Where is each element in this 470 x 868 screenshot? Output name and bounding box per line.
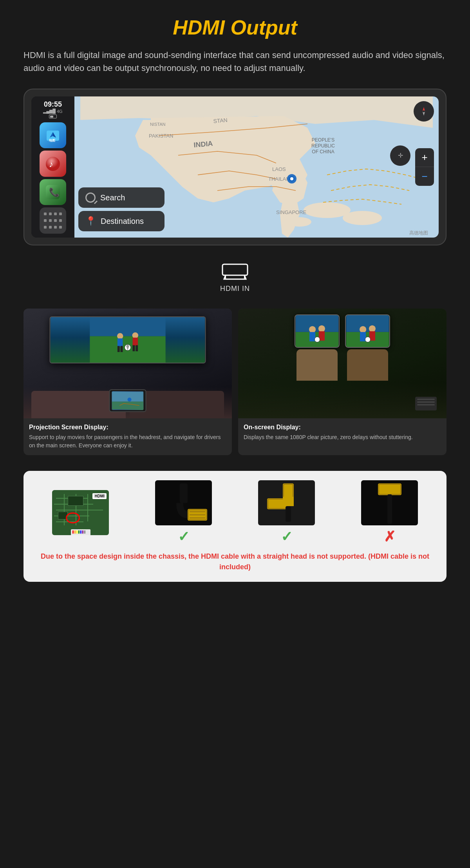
status-time: 09:55 xyxy=(44,100,62,109)
grid-dot xyxy=(54,219,57,222)
svg-rect-71 xyxy=(378,483,401,495)
sidebar-item-phone[interactable]: 📞 xyxy=(40,179,66,205)
pan-button[interactable]: ✛ xyxy=(390,145,410,166)
hdmi-in-label: HDMI IN xyxy=(220,285,250,293)
svg-text:📞: 📞 xyxy=(49,187,60,198)
svg-rect-64 xyxy=(190,517,205,519)
page-wrapper: HDMI Output HDMI is a full digital image… xyxy=(0,0,470,597)
ceiling-screen xyxy=(50,316,206,363)
svg-text:SINGAPORE: SINGAPORE xyxy=(276,209,307,215)
hdmi-port-highlight xyxy=(66,512,80,523)
svg-text:STAN: STAN xyxy=(213,117,228,124)
photo-card-projection: Projection Screen Display: Support to pl… xyxy=(24,309,232,455)
svg-text:地图: 地图 xyxy=(49,139,55,142)
caption-title-projection: Projection Screen Display: xyxy=(29,424,226,431)
compass-button[interactable] xyxy=(414,101,434,122)
hdmi-adapters-row: HDMI xyxy=(33,480,437,545)
status-bar: 09:55 ▂▄▆█ 4G xyxy=(43,100,62,118)
svg-rect-38 xyxy=(133,338,138,346)
svg-text:REPUBLIC: REPUBLIC xyxy=(311,143,335,149)
svg-point-44 xyxy=(128,398,132,401)
hdmi-in-icon xyxy=(219,261,251,281)
svg-rect-39 xyxy=(133,345,135,351)
adapter-pcb-item: HDMI xyxy=(52,490,109,535)
grid-dot xyxy=(44,219,47,222)
pcb-trace xyxy=(87,494,88,521)
svg-rect-45 xyxy=(296,315,339,332)
pcb-trace xyxy=(64,494,65,525)
svg-point-47 xyxy=(309,326,316,333)
pcb-trace xyxy=(56,510,103,510)
wire xyxy=(78,530,80,534)
grid-dot xyxy=(49,226,52,229)
map-bottom-buttons: Search 📍 Destinations xyxy=(78,187,164,231)
sidebar-item-music[interactable]: ♪ xyxy=(40,151,66,176)
photo-caption-onscreen: On-screen Display: Displays the same 108… xyxy=(238,418,446,447)
svg-rect-42 xyxy=(112,392,143,401)
svg-point-54 xyxy=(360,326,366,333)
photos-grid: Projection Screen Display: Support to pl… xyxy=(24,309,446,455)
headrest-area xyxy=(238,309,446,387)
svg-rect-35 xyxy=(118,346,120,352)
svg-text:PAKISTAN: PAKISTAN xyxy=(149,133,173,139)
page-description: HDMI is a full digital image and sound-s… xyxy=(24,49,446,74)
svg-point-7 xyxy=(304,202,351,218)
pcb-hdmi-label: HDMI xyxy=(92,493,107,499)
svg-text:✛: ✛ xyxy=(398,152,403,159)
soccer-scene xyxy=(51,317,205,363)
svg-rect-34 xyxy=(118,338,123,347)
search-label: Search xyxy=(100,193,125,202)
zoom-in-button[interactable]: + xyxy=(415,148,434,167)
vent-slot xyxy=(417,399,435,400)
destinations-button[interactable]: 📍 Destinations xyxy=(78,211,164,231)
svg-rect-73 xyxy=(387,494,392,524)
cross-mark-straight: ✗ xyxy=(384,528,396,545)
floor-area xyxy=(238,383,446,418)
hdmi-in-section: HDMI IN xyxy=(24,261,446,293)
sidebar-item-maps[interactable]: 地图 xyxy=(40,122,66,148)
rear-car-interior xyxy=(238,309,446,418)
wire xyxy=(74,530,76,534)
vent-slot xyxy=(417,401,435,403)
svg-point-37 xyxy=(132,332,138,338)
destinations-label: Destinations xyxy=(101,217,144,226)
caption-text-onscreen: Displays the same 1080P clear picture, z… xyxy=(244,433,441,441)
status-icons: ▂▄▆█ 4G xyxy=(43,109,62,114)
adapter-straight-item: ✗ xyxy=(361,480,418,545)
photo-onscreen xyxy=(238,309,446,418)
svg-rect-62 xyxy=(190,511,205,512)
svg-point-49 xyxy=(318,325,325,332)
grid-dot xyxy=(49,219,52,222)
photo-caption-projection: Projection Screen Display: Support to pl… xyxy=(24,418,232,455)
svg-text:PEOPLE'S: PEOPLE'S xyxy=(312,137,334,143)
adapter-straight-image xyxy=(361,480,418,525)
search-button[interactable]: Search xyxy=(78,187,164,208)
svg-rect-55 xyxy=(360,332,366,341)
svg-rect-59 xyxy=(180,483,188,503)
wire xyxy=(80,530,81,534)
battery-icon xyxy=(49,114,57,118)
car-interior-left xyxy=(24,309,232,418)
svg-text:NISTAN: NISTAN xyxy=(150,122,166,127)
photo-card-onscreen: On-screen Display: Displays the same 108… xyxy=(238,309,446,455)
carplay-map: INDIA STAN NISTAN PAKISTAN PEOPLE'S REPU… xyxy=(74,96,439,238)
zoom-out-button[interactable]: − xyxy=(415,167,434,186)
sidebar-item-grid[interactable] xyxy=(40,207,66,234)
svg-rect-69 xyxy=(283,497,294,506)
svg-text:LAOS: LAOS xyxy=(272,166,286,172)
wire xyxy=(84,530,85,534)
device-inner: 09:55 ▂▄▆█ 4G 地图 xyxy=(31,96,439,238)
search-icon xyxy=(85,192,96,203)
svg-rect-40 xyxy=(136,345,138,351)
svg-text:♪: ♪ xyxy=(49,159,53,169)
svg-rect-32 xyxy=(90,317,165,336)
svg-rect-63 xyxy=(190,514,205,516)
grid-dot xyxy=(59,226,62,229)
tablet-screen xyxy=(112,391,143,410)
check-mark-angled: ✓ xyxy=(178,528,190,545)
headrest-right xyxy=(345,314,390,381)
svg-point-33 xyxy=(117,333,123,339)
destination-icon: 📍 xyxy=(85,216,96,226)
svg-rect-48 xyxy=(309,332,315,341)
ribbon-wires xyxy=(71,529,90,535)
